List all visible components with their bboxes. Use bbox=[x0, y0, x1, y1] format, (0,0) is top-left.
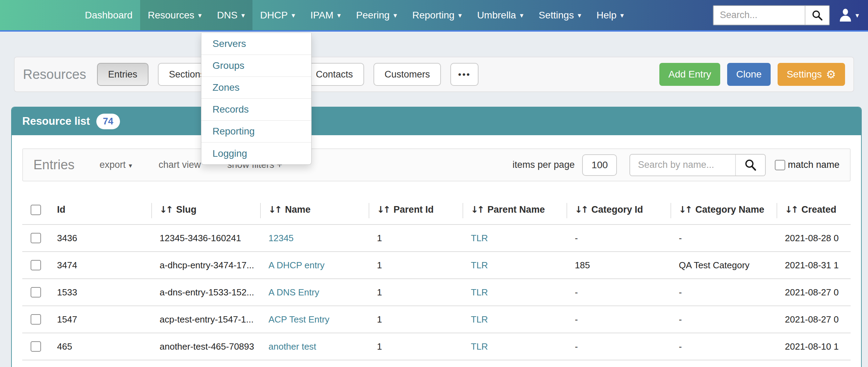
match-name-checkbox[interactable] bbox=[775, 160, 785, 170]
export-menu-button[interactable]: export▾ bbox=[99, 160, 132, 170]
more-tabs-button[interactable]: ••• bbox=[450, 63, 478, 86]
dns-menu-item-zones[interactable]: Zones bbox=[201, 77, 311, 99]
name-link[interactable]: A DNS Entry bbox=[268, 287, 319, 297]
entries-table: Id↓↑Slug↓↑Name↓↑Parent Id↓↑Parent Name↓↑… bbox=[22, 195, 851, 360]
navbar-item-settings[interactable]: Settings ▾ bbox=[531, 0, 589, 30]
cell-category-name: - bbox=[670, 279, 777, 306]
navbar-item-dashboard[interactable]: Dashboard bbox=[77, 0, 140, 30]
dns-menu-item-records[interactable]: Records bbox=[201, 99, 311, 121]
name-link[interactable]: A DHCP entry bbox=[268, 260, 324, 270]
parent-name-link[interactable]: TLR bbox=[471, 287, 488, 297]
name-search-group bbox=[629, 154, 766, 176]
navbar-item-help[interactable]: Help ▾ bbox=[589, 0, 632, 30]
row-checkbox[interactable] bbox=[31, 260, 41, 270]
navbar-item-ipam[interactable]: IPAM ▾ bbox=[303, 0, 348, 30]
settings-button[interactable]: Settings⚙ bbox=[778, 63, 845, 86]
parent-name-link[interactable]: TLR bbox=[471, 233, 488, 243]
cell-category-id: - bbox=[566, 279, 670, 306]
name-search-input[interactable] bbox=[630, 155, 735, 176]
row-checkbox[interactable] bbox=[31, 341, 41, 352]
cell-id: 465 bbox=[49, 333, 151, 360]
cell-name: ACP Test Entry bbox=[260, 306, 369, 333]
tab-entries[interactable]: Entries bbox=[97, 63, 148, 86]
row-checkbox[interactable] bbox=[31, 314, 41, 325]
cell-created: 2021-08-28 0 bbox=[777, 225, 851, 252]
navbar-item-dhcp[interactable]: DHCP ▾ bbox=[252, 0, 303, 30]
parent-name-link[interactable]: TLR bbox=[471, 314, 488, 325]
chevron-down-icon: ▾ bbox=[129, 162, 132, 169]
column-header-id: Id bbox=[49, 195, 151, 225]
name-link[interactable]: 12345 bbox=[268, 233, 294, 243]
user-menu[interactable]: ▾ bbox=[839, 8, 859, 22]
dns-menu-item-servers[interactable]: Servers bbox=[201, 33, 311, 55]
global-search-button[interactable] bbox=[805, 6, 829, 25]
name-search-button[interactable] bbox=[735, 155, 765, 176]
cell-parent-name: TLR bbox=[463, 333, 566, 360]
parent-name-link[interactable]: TLR bbox=[471, 341, 488, 352]
global-search-input[interactable] bbox=[714, 6, 805, 25]
cell-id: 3474 bbox=[49, 252, 151, 279]
cell-parent-name: TLR bbox=[463, 279, 566, 306]
navbar-menu: Dashboard Resources ▾ DNS ▾ DHCP ▾ IPAM … bbox=[77, 0, 632, 30]
match-name-control: match name bbox=[775, 160, 839, 170]
clone-button[interactable]: Clone bbox=[727, 63, 771, 86]
cell-slug: a-dns-entry-1533-152... bbox=[151, 279, 260, 306]
navbar-item-umbrella[interactable]: Umbrella ▾ bbox=[469, 0, 531, 30]
search-icon bbox=[811, 9, 823, 21]
resources-header-panel: Resources EntriesSectionsContactsCustome… bbox=[14, 57, 854, 92]
cell-slug: acp-test-entry-1547-1... bbox=[151, 306, 260, 333]
dns-menu-item-groups[interactable]: Groups bbox=[201, 55, 311, 77]
chevron-down-icon: ▾ bbox=[337, 11, 341, 19]
navbar-item-resources[interactable]: Resources ▾ bbox=[140, 0, 209, 30]
table-row: 1547acp-test-entry-1547-1...ACP Test Ent… bbox=[22, 306, 851, 333]
column-header-category-id[interactable]: ↓↑Category Id bbox=[566, 195, 670, 225]
cell-parent-id: 1 bbox=[369, 333, 463, 360]
cell-category-name: - bbox=[670, 306, 777, 333]
user-icon bbox=[839, 8, 852, 22]
column-header-parent-id[interactable]: ↓↑Parent Id bbox=[369, 195, 463, 225]
row-checkbox[interactable] bbox=[31, 233, 41, 243]
add-entry-button[interactable]: Add Entry bbox=[659, 63, 720, 86]
parent-name-link[interactable]: TLR bbox=[471, 260, 488, 270]
table-row: 1533a-dns-entry-1533-152...A DNS Entry1T… bbox=[22, 279, 851, 306]
navbar-item-reporting[interactable]: Reporting ▾ bbox=[404, 0, 469, 30]
name-link[interactable]: another test bbox=[268, 341, 316, 352]
dns-menu-item-logging[interactable]: Logging bbox=[201, 142, 311, 164]
dns-menu-item-reporting[interactable]: Reporting bbox=[201, 121, 311, 142]
row-select-cell bbox=[22, 333, 49, 360]
cell-id: 1547 bbox=[49, 306, 151, 333]
sort-icon: ↓↑ bbox=[575, 204, 587, 215]
cell-category-name: - bbox=[670, 225, 777, 252]
cell-parent-name: TLR bbox=[463, 306, 566, 333]
row-select-cell bbox=[22, 225, 49, 252]
chevron-down-icon: ▾ bbox=[620, 11, 624, 19]
cell-category-id: - bbox=[566, 333, 670, 360]
page-title: Resources bbox=[23, 67, 86, 82]
select-all-checkbox[interactable] bbox=[31, 205, 41, 215]
cell-category-id: - bbox=[566, 225, 670, 252]
column-header-created[interactable]: ↓↑Created bbox=[777, 195, 851, 225]
resource-list-header: Resource list 74 bbox=[12, 107, 861, 135]
sort-icon: ↓↑ bbox=[268, 204, 281, 215]
sort-icon: ↓↑ bbox=[679, 204, 691, 215]
cell-created: 2021-08-27 0 bbox=[777, 279, 851, 306]
navbar-item-peering[interactable]: Peering ▾ bbox=[348, 0, 405, 30]
column-header-slug[interactable]: ↓↑Slug bbox=[151, 195, 260, 225]
global-search-group bbox=[713, 5, 830, 25]
column-header-name[interactable]: ↓↑Name bbox=[260, 195, 369, 225]
name-link[interactable]: ACP Test Entry bbox=[268, 314, 329, 325]
navbar-item-dns[interactable]: DNS ▾ bbox=[209, 0, 252, 30]
sort-icon: ↓↑ bbox=[785, 204, 797, 215]
tab-contacts[interactable]: Contacts bbox=[305, 63, 364, 86]
row-checkbox[interactable] bbox=[31, 287, 41, 297]
toolbar-right: items per page match bbox=[513, 154, 839, 176]
cell-name: 12345 bbox=[260, 225, 369, 252]
cell-parent-id: 1 bbox=[369, 252, 463, 279]
items-per-page-input[interactable] bbox=[582, 154, 617, 176]
chart-view-button[interactable]: chart view bbox=[159, 160, 201, 170]
column-header-parent-name[interactable]: ↓↑Parent Name bbox=[463, 195, 566, 225]
cell-category-name: - bbox=[670, 333, 777, 360]
tab-customers[interactable]: Customers bbox=[373, 63, 441, 86]
column-header-category-name[interactable]: ↓↑Category Name bbox=[670, 195, 777, 225]
items-per-page-label: items per page bbox=[513, 160, 575, 170]
